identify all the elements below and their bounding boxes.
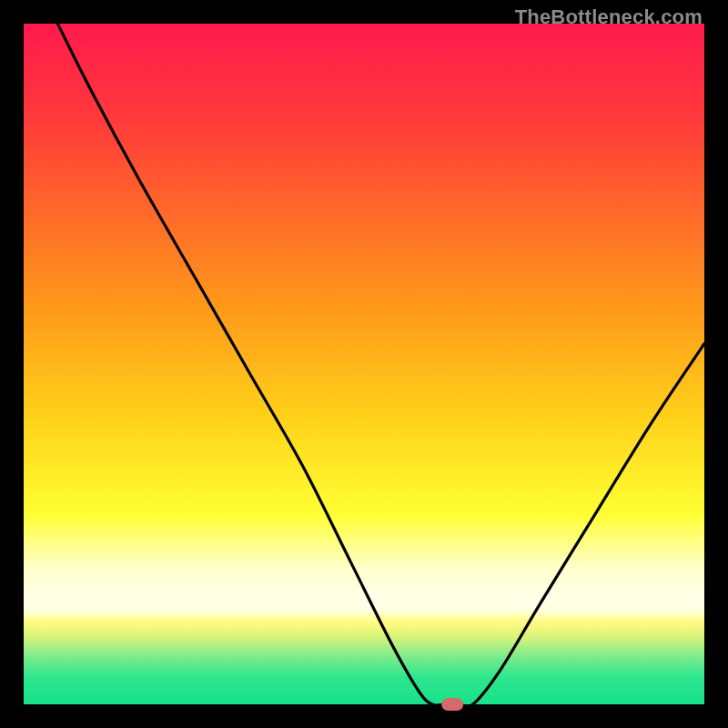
chart-frame: TheBottleneck.com <box>0 0 728 728</box>
attribution-label: TheBottleneck.com <box>515 5 703 29</box>
optimal-marker <box>441 698 463 711</box>
bottleneck-curve <box>57 24 704 707</box>
curve-layer <box>24 24 704 704</box>
